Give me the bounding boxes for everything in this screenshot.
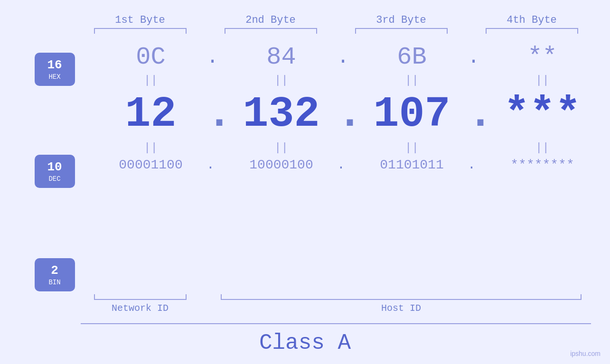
- hex-row: 0C . 84 . 6B . **: [85, 43, 610, 71]
- hex-val-2: 84: [216, 43, 347, 71]
- network-bracket: [75, 294, 206, 300]
- hex-val-4: **: [477, 43, 608, 71]
- eq1-4: ||: [477, 71, 608, 90]
- hex-val-3: 6B: [347, 43, 477, 71]
- eq2-3: ||: [347, 139, 477, 158]
- bracket-line-4: [486, 28, 578, 34]
- bracket-2: [206, 28, 336, 34]
- class-label: Class A: [0, 331, 610, 355]
- byte-label-2: 2nd Byte: [206, 14, 336, 26]
- equals-row-1: || || || ||: [85, 71, 610, 90]
- dec-row: 12 . 132 . 107 . ***: [85, 90, 610, 139]
- dec-num: 10: [47, 160, 62, 175]
- class-divider-line: [81, 323, 591, 324]
- top-brackets-row: [0, 28, 610, 34]
- content-area: 16 HEX 10 DEC 2 BIN 0C . 84 . 6B: [0, 43, 610, 291]
- eq2-4: ||: [477, 139, 608, 158]
- hex-badge: 16 HEX: [35, 53, 75, 86]
- main-container: 1st Byte 2nd Byte 3rd Byte 4th Byte 16 H…: [0, 0, 610, 364]
- bracket-line-1: [94, 28, 187, 34]
- bracket-3: [336, 28, 467, 34]
- network-bracket-line: [94, 294, 187, 300]
- bin-row: 00001100 . 10000100 . 01101011 . *******…: [85, 158, 610, 172]
- dec-val-2: 132: [216, 90, 347, 139]
- bin-val-2: 10000100: [216, 158, 347, 172]
- host-bracket-line: [221, 294, 582, 300]
- hex-num: 16: [47, 58, 62, 73]
- bin-num: 2: [51, 263, 58, 278]
- dec-val-3: 107: [347, 90, 477, 139]
- eq2-2: ||: [216, 139, 347, 158]
- eq1-3: ||: [347, 71, 477, 90]
- bin-val-1: 00001100: [85, 158, 216, 172]
- byte-labels-row: 1st Byte 2nd Byte 3rd Byte 4th Byte: [0, 14, 610, 26]
- equals-row-2: || || || ||: [85, 139, 610, 158]
- network-id-label: Network ID: [75, 303, 206, 314]
- base-labels-column: 16 HEX 10 DEC 2 BIN: [24, 43, 85, 291]
- bracket-1: [75, 28, 206, 34]
- id-labels-row: Network ID Host ID: [0, 303, 610, 314]
- byte-label-3: 3rd Byte: [336, 14, 467, 26]
- dec-val-4: ***: [477, 90, 608, 139]
- byte-label-1: 1st Byte: [75, 14, 206, 26]
- watermark: ipshu.com: [570, 350, 601, 357]
- dec-badge: 10 DEC: [35, 155, 75, 188]
- bin-val-3: 01101011: [347, 158, 477, 172]
- dec-name: DEC: [48, 175, 60, 183]
- bottom-brackets-row: [0, 294, 610, 300]
- eq2-1: ||: [85, 139, 216, 158]
- eq1-2: ||: [216, 71, 347, 90]
- bin-name: BIN: [48, 279, 60, 286]
- bracket-4: [467, 28, 597, 34]
- bin-badge: 2 BIN: [35, 258, 75, 291]
- bracket-line-2: [225, 28, 317, 34]
- hex-val-1: 0C: [85, 43, 216, 71]
- host-bracket: [206, 294, 597, 300]
- dec-val-1: 12: [85, 90, 216, 139]
- bracket-line-3: [355, 28, 448, 34]
- byte-label-4: 4th Byte: [467, 14, 597, 26]
- bin-val-4: ********: [477, 158, 608, 172]
- values-grid: 0C . 84 . 6B . ** || || || || 12 . 132 .: [85, 43, 610, 291]
- host-id-label: Host ID: [206, 303, 597, 314]
- hex-name: HEX: [48, 73, 60, 81]
- eq1-1: ||: [85, 71, 216, 90]
